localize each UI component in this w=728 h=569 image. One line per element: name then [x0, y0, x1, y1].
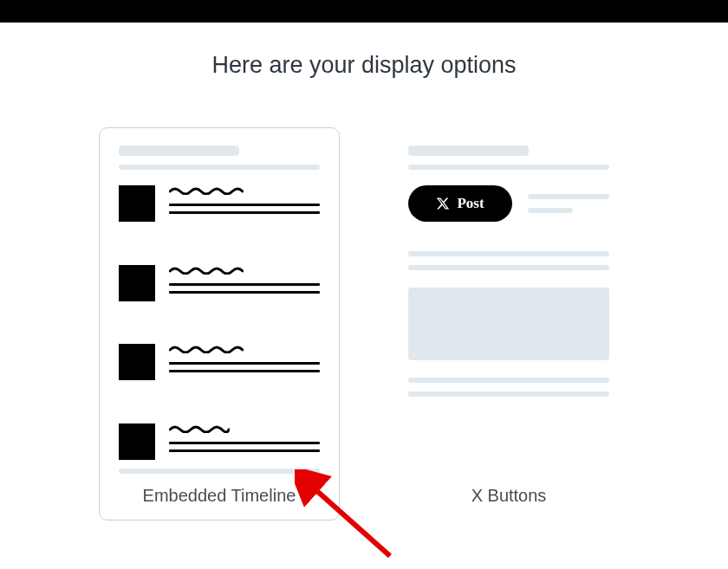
placeholder-bar	[169, 362, 320, 365]
placeholder-bar	[169, 283, 320, 286]
placeholder-bar	[119, 165, 320, 170]
post-button: Post	[408, 185, 512, 222]
placeholder-bar	[169, 370, 320, 372]
placeholder-bar	[169, 442, 320, 444]
squiggle-icon	[169, 425, 230, 433]
list-item	[119, 424, 320, 460]
placeholder-bar	[528, 208, 573, 213]
option-label: X Buttons	[408, 486, 609, 506]
side-placeholder	[528, 194, 609, 213]
placeholder-bar	[169, 211, 320, 214]
post-button-label: Post	[457, 195, 484, 212]
placeholder-bar	[408, 145, 529, 156]
text-placeholder	[169, 185, 320, 219]
placeholder-bar	[169, 291, 320, 294]
display-options-row: Embedded Timeline Post	[0, 127, 728, 521]
squiggle-icon	[169, 187, 244, 195]
xbuttons-row: Post	[408, 185, 609, 222]
option-embedded-timeline[interactable]: Embedded Timeline	[99, 127, 340, 521]
avatar-placeholder	[119, 344, 155, 380]
list-item	[119, 185, 320, 222]
placeholder-bar	[408, 391, 609, 397]
placeholder-bar	[169, 449, 320, 452]
image-placeholder	[408, 288, 609, 360]
list-item	[119, 344, 320, 380]
page-title: Here are your display options	[0, 52, 728, 79]
text-placeholder	[169, 265, 320, 299]
text-placeholder	[169, 424, 320, 457]
placeholder-bar	[408, 165, 609, 170]
option-label: Embedded Timeline	[119, 486, 320, 506]
placeholder-bar	[169, 204, 320, 206]
mid-placeholder	[408, 251, 609, 270]
placeholder-bar	[119, 145, 239, 156]
avatar-placeholder	[119, 265, 155, 301]
x-logo-icon	[436, 197, 450, 210]
placeholder-bar	[408, 378, 609, 383]
placeholder-bar	[528, 194, 609, 199]
top-bar	[0, 0, 728, 23]
squiggle-icon	[169, 346, 244, 353]
squiggle-icon	[169, 267, 244, 275]
placeholder-bar	[119, 469, 320, 474]
xbuttons-preview: Post	[408, 185, 609, 474]
placeholder-bar	[408, 265, 609, 270]
bottom-placeholder	[408, 378, 609, 397]
option-x-buttons[interactable]: Post X Buttons	[388, 127, 629, 521]
avatar-placeholder	[119, 185, 155, 222]
avatar-placeholder	[119, 424, 155, 460]
text-placeholder	[169, 344, 320, 378]
placeholder-bar	[408, 251, 609, 256]
timeline-preview	[119, 185, 320, 460]
list-item	[119, 265, 320, 301]
